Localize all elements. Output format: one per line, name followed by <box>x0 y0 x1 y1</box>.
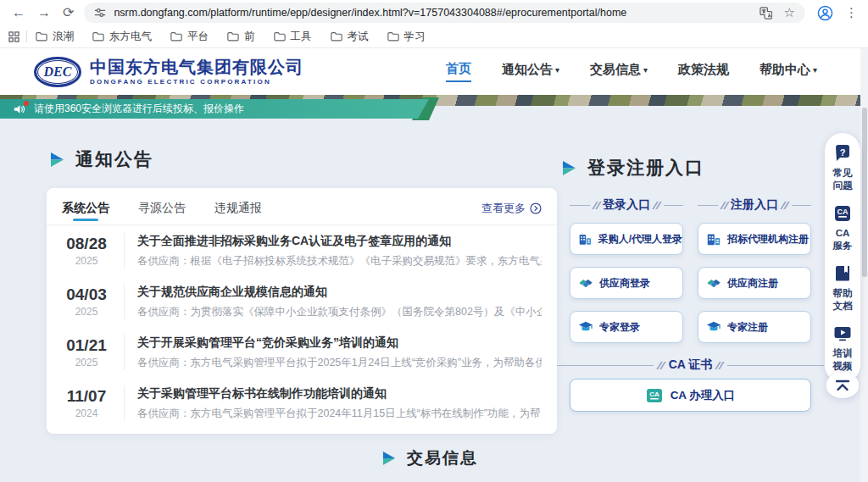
expert-register-button[interactable]: 专家注册 <box>698 311 811 343</box>
news-summary: 各供应商：东方电气采购管理平台拟于2024年11月15日上线“标书在线制作”功能… <box>137 407 542 421</box>
section-arrow-icon <box>49 152 65 167</box>
graduation-cap-icon <box>706 319 721 335</box>
news-title[interactable]: 关于开展采购管理平台“竞价采购业务”培训的通知 <box>137 335 542 351</box>
back-button[interactable]: ← <box>12 6 25 19</box>
bookmark-folder[interactable]: 考试 <box>331 30 369 44</box>
bookmarks-bar: 浪潮 东方电气 平台 前 工具 考试 学习 <box>0 25 868 48</box>
chevron-down-icon: ▾ <box>643 65 648 75</box>
apps-grid-icon[interactable] <box>8 31 19 42</box>
notice-card: 系统公告 寻源公告 违规通报 查看更多 08/28 2025 关于全面推进非招标… <box>47 188 557 434</box>
handshake-icon <box>706 275 721 291</box>
nav-item-trade-info[interactable]: 交易信息▾ <box>590 62 648 81</box>
circle-chevron-icon <box>530 202 542 214</box>
reload-button[interactable]: ⟳ <box>63 6 74 19</box>
translate-icon[interactable] <box>760 7 772 19</box>
bookmark-folder[interactable]: 工具 <box>274 30 312 44</box>
entry-section-heading: 登录注册入口 <box>561 156 704 180</box>
profile-button[interactable] <box>817 5 833 21</box>
trade-section-heading: 交易信息 <box>381 447 478 469</box>
nav-item-policies[interactable]: 政策法规 <box>678 62 729 81</box>
section-title: 登录注册入口 <box>587 156 704 180</box>
notification-dot <box>24 101 29 106</box>
graduation-cap-icon <box>578 319 593 335</box>
bidding-agency-register-button[interactable]: 招标代理机构注册 <box>698 223 811 255</box>
supplier-login-button[interactable]: 供应商登录 <box>570 267 683 299</box>
news-year: 2025 <box>62 255 111 267</box>
view-more-link[interactable]: 查看更多 <box>481 201 542 224</box>
scrollbar-thumb[interactable] <box>862 108 867 277</box>
section-title: 通知公告 <box>75 147 153 171</box>
handshake-icon <box>578 275 593 291</box>
bookmark-folder[interactable]: 学习 <box>387 30 426 44</box>
main-nav: 首页 通知公告▾ 交易信息▾ 政策法规 帮助中心▾ <box>446 61 817 82</box>
dec-logo-icon: DEC <box>34 57 81 87</box>
news-row[interactable]: 08/28 2025 关于全面推进非招标采购业务CA认证及电子签章应用的通知 各… <box>47 225 557 276</box>
news-row[interactable]: 04/03 2025 关于规范供应商企业规模信息的通知 各供应商：为贯彻落实《保… <box>47 276 557 327</box>
browser-menu-icon[interactable]: ⋮ <box>845 5 858 20</box>
news-date: 11/07 <box>62 387 111 406</box>
ticker-text: 请使用360安全浏览器进行后续投标、报价操作 <box>34 102 244 116</box>
ca-icon: CA <box>832 203 853 224</box>
section-arrow-icon <box>561 161 577 175</box>
ca-cert-header: CA 证书 <box>557 357 824 373</box>
svg-text:?: ? <box>840 147 846 158</box>
news-year: 2024 <box>62 407 111 419</box>
book-icon <box>832 263 853 284</box>
scrollbar-track[interactable] <box>860 48 868 482</box>
question-icon: ? <box>832 143 853 163</box>
bookmark-folder[interactable]: 浪潮 <box>36 30 74 44</box>
tab-sourcing-notices[interactable]: 寻源公告 <box>138 201 186 224</box>
notice-tabs: 系统公告 寻源公告 违规通报 查看更多 <box>47 188 557 225</box>
url-text[interactable]: nsrm.dongfang.com/platform/runtime/epp/d… <box>114 7 759 19</box>
news-year: 2025 <box>62 357 111 368</box>
nav-item-help-center[interactable]: 帮助中心▾ <box>760 62 817 81</box>
svg-text:CA: CA <box>837 207 849 215</box>
bookmark-folder[interactable]: 平台 <box>170 30 209 44</box>
building-icon <box>578 231 593 247</box>
ca-service-item[interactable]: CA CA 服务 <box>825 203 860 252</box>
news-title[interactable]: 关于全面推进非招标采购业务CA认证及电子签章应用的通知 <box>137 234 542 249</box>
tab-violation-reports[interactable]: 违规通报 <box>214 201 262 224</box>
site-info-icon[interactable] <box>94 7 106 19</box>
svg-text:CA: CA <box>649 390 659 397</box>
divider <box>124 284 125 319</box>
news-date: 08/28 <box>62 235 111 253</box>
nav-item-notices[interactable]: 通知公告▾ <box>502 62 559 81</box>
section-title: 交易信息 <box>407 447 478 469</box>
chevron-down-icon: ▾ <box>813 65 817 75</box>
company-name-cn: 中国东方电气集团有限公司 <box>90 58 303 76</box>
divider <box>124 233 125 269</box>
nav-item-home[interactable]: 首页 <box>446 61 471 82</box>
bookmark-star-icon[interactable]: ☆ <box>784 5 795 20</box>
quick-access-sidebar: ? 常见问题 CA CA 服务 帮助文档 培训视频 <box>825 133 860 383</box>
login-entry-header: 登录入口 <box>570 197 683 213</box>
url-bar[interactable]: nsrm.dongfang.com/platform/runtime/epp/d… <box>84 3 805 23</box>
news-row[interactable]: 01/21 2025 关于开展采购管理平台“竞价采购业务”培训的通知 各供应商：… <box>47 327 557 378</box>
news-title[interactable]: 关于采购管理平台标书在线制作功能培训的通知 <box>137 386 542 402</box>
ca-apply-button[interactable]: CA CA 办理入口 <box>570 379 811 412</box>
help-docs-item[interactable]: 帮助文档 <box>825 263 860 313</box>
browser-toolbar: ← → ⟳ nsrm.dongfang.com/platform/runtime… <box>0 0 868 25</box>
bookmark-folder[interactable]: 前 <box>227 30 255 44</box>
bookmark-folder[interactable]: 东方电气 <box>92 30 152 44</box>
expert-login-button[interactable]: 专家登录 <box>570 311 683 343</box>
news-date: 01/21 <box>62 336 111 355</box>
forward-button[interactable]: → <box>37 6 51 19</box>
speaker-icon <box>14 103 25 115</box>
company-name-en: DONGFANG ELECTRIC CORPORATION <box>90 78 303 86</box>
announcement-ticker: 请使用360安全浏览器进行后续投标、报价操作 <box>0 99 429 119</box>
tab-system-notices[interactable]: 系统公告 <box>62 201 109 224</box>
divider <box>124 335 125 370</box>
company-logo: DEC 中国东方电气集团有限公司 DONGFANG ELECTRIC CORPO… <box>34 57 303 87</box>
buyer-agent-login-button[interactable]: 采购人/代理人登录 <box>570 223 683 255</box>
news-summary: 各供应商：为贯彻落实《保障中小企业款项支付条例》（国务院令第802号）及《中小企… <box>137 305 542 319</box>
faq-item[interactable]: ? 常见问题 <box>825 143 860 192</box>
supplier-register-button[interactable]: 供应商注册 <box>698 267 811 299</box>
video-icon <box>832 324 853 344</box>
news-row[interactable]: 11/07 2024 关于采购管理平台标书在线制作功能培训的通知 各供应商：东方… <box>47 378 557 429</box>
news-date: 04/03 <box>62 285 111 304</box>
section-arrow-icon <box>381 452 397 465</box>
news-title[interactable]: 关于规范供应商企业规模信息的通知 <box>137 285 542 300</box>
back-to-top-button[interactable] <box>826 373 859 398</box>
training-videos-item[interactable]: 培训视频 <box>825 324 860 373</box>
